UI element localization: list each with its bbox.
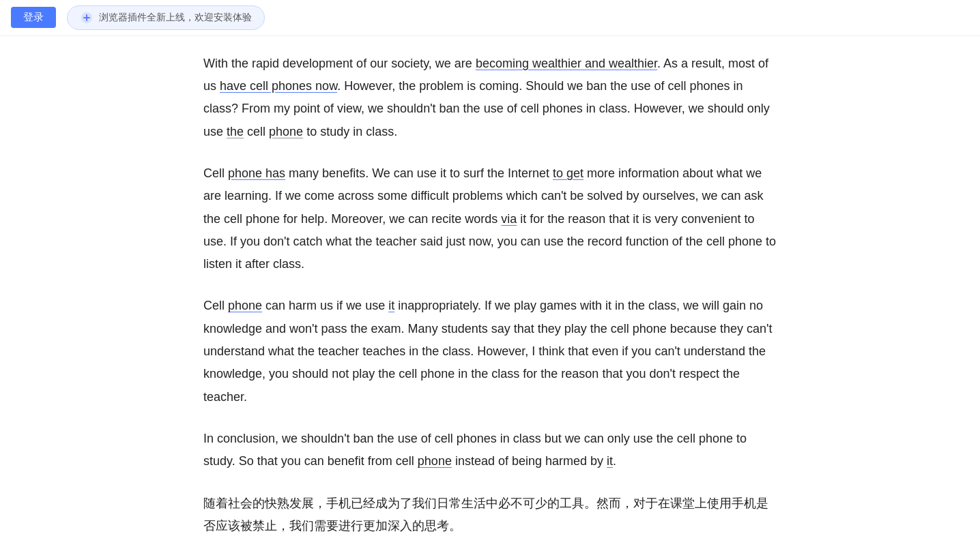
- zh-paragraph-1: 随着社会的快熟发展，手机已经成为了我们日常生活中必不可少的工具。然而，对于在课堂…: [203, 492, 777, 538]
- para3-text-mid2: inappropriately. If we play games with i…: [203, 299, 772, 403]
- login-button[interactable]: 登录: [11, 7, 56, 28]
- para1-link-phone[interactable]: phone: [269, 125, 303, 138]
- para2-text-start: Cell: [203, 166, 228, 180]
- para2-link-phone-has[interactable]: phone has: [228, 166, 285, 180]
- para3-text-mid1: can harm us if we use: [262, 299, 388, 312]
- para2-text-mid1: many benefits. We can use it to surf the…: [285, 166, 553, 180]
- para3-link-it[interactable]: it: [388, 299, 394, 312]
- para2-link-via[interactable]: via: [501, 212, 517, 226]
- para1-link-have[interactable]: have cell phones now: [220, 79, 337, 93]
- para3-text-start: Cell: [203, 299, 228, 312]
- para4-link-it[interactable]: it: [607, 454, 613, 468]
- para1-link-the[interactable]: the: [227, 125, 244, 138]
- paragraph-1: With the rapid development of our societ…: [203, 53, 777, 143]
- para1-text-end: to study in class.: [303, 125, 397, 138]
- para3-link-phone[interactable]: phone: [228, 299, 262, 312]
- para2-link-to-get[interactable]: to get: [553, 166, 583, 180]
- plugin-banner[interactable]: 浏览器插件全新上线，欢迎安装体验: [67, 5, 265, 30]
- para1-text-start: With the rapid development of our societ…: [203, 57, 476, 70]
- plugin-icon: [80, 11, 93, 25]
- para4-text-end: instead of being harmed by: [452, 454, 607, 468]
- para1-link-becoming[interactable]: becoming wealthier and wealthier: [476, 57, 657, 70]
- paragraph-4: In conclusion, we shouldn't ban the use …: [203, 428, 777, 473]
- paragraph-3: Cell phone can harm us if we use it inap…: [203, 295, 777, 408]
- paragraph-2: Cell phone has many benefits. We can use…: [203, 162, 777, 276]
- para4-link-phone[interactable]: phone: [418, 454, 452, 468]
- plugin-banner-text: 浏览器插件全新上线，欢迎安装体验: [99, 10, 252, 26]
- top-bar: 登录 浏览器插件全新上线，欢迎安装体验: [0, 0, 980, 36]
- content-area: With the rapid development of our societ…: [176, 36, 804, 551]
- para1-text-mid3: cell: [244, 125, 269, 138]
- para4-period: .: [613, 454, 616, 468]
